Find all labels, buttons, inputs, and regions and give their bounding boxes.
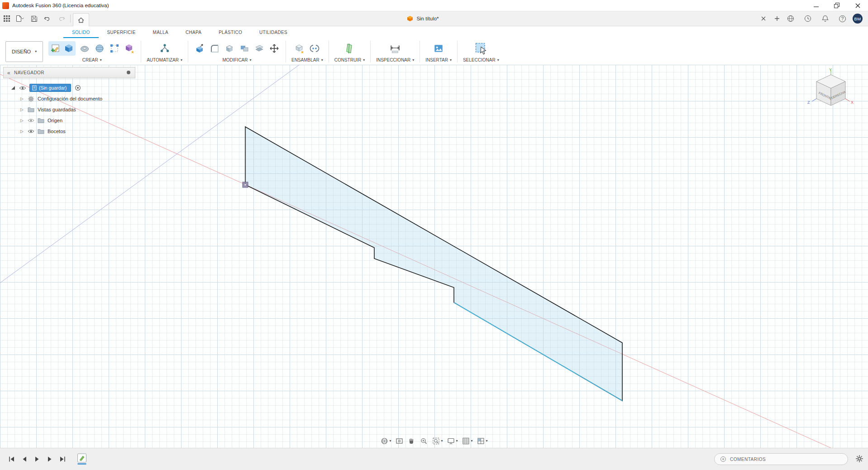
minimize-icon <box>814 3 819 8</box>
grid-settings-button[interactable]: ▾ <box>462 437 473 445</box>
fillet-button[interactable] <box>209 42 220 55</box>
create-sketch-button[interactable] <box>49 42 61 55</box>
expand-caret-icon[interactable]: ▷ <box>20 129 25 134</box>
automate-button[interactable] <box>157 42 172 55</box>
seleccionar-dropdown[interactable]: SELECCIONAR ▾ <box>463 58 499 62</box>
inspeccionar-dropdown[interactable]: INSPECCIONAR ▾ <box>376 58 414 62</box>
zoom-button[interactable] <box>420 437 428 445</box>
new-component-button[interactable]: ★ <box>294 42 305 55</box>
ensamblar-dropdown[interactable]: ENSAMBLAR ▾ <box>291 58 323 62</box>
redo-button[interactable] <box>55 13 67 24</box>
home-tab-button[interactable] <box>73 13 89 26</box>
pan-button[interactable] <box>407 437 415 445</box>
document-tab[interactable]: Sin título* <box>89 11 757 26</box>
help-button[interactable]: ? <box>836 13 848 24</box>
offset-face-button[interactable] <box>253 42 265 55</box>
tree-item-sketches[interactable]: ▷ Bocetos <box>3 126 135 137</box>
step-back-button[interactable] <box>19 454 30 465</box>
crear-dropdown[interactable]: CREAR ▾ <box>82 58 102 62</box>
expand-caret-icon[interactable]: ▷ <box>20 96 25 101</box>
comments-input[interactable]: COMENTARIOS <box>714 453 848 465</box>
job-status-button[interactable] <box>802 13 814 24</box>
collapse-panel-icon[interactable]: « <box>7 70 10 76</box>
tree-item-doc-settings[interactable]: ▷ Configuración del documento <box>3 93 135 104</box>
construir-dropdown[interactable]: CONSTRUIR ▾ <box>334 58 365 62</box>
activate-component-button[interactable] <box>75 85 81 91</box>
document-root-item[interactable]: (Sin guardar) <box>29 84 71 92</box>
tree-item-label: Bocetos <box>48 129 66 134</box>
modificar-dropdown[interactable]: MODIFICAR ▾ <box>222 58 251 62</box>
restore-button[interactable] <box>826 0 847 11</box>
construction-plane-button[interactable] <box>343 42 355 55</box>
bell-icon <box>822 15 829 22</box>
tab-chapa[interactable]: CHAPA <box>177 26 210 38</box>
orbit-icon <box>380 437 388 445</box>
visibility-toggle[interactable] <box>28 118 34 123</box>
panel-options-button[interactable] <box>126 70 131 76</box>
notifications-button[interactable] <box>819 13 831 24</box>
viewport[interactable]: « NAVEGADOR (Sin guardar) <box>0 65 868 448</box>
press-pull-button[interactable] <box>194 42 205 55</box>
tree-item-label: Vistas guardadas <box>38 107 76 112</box>
go-to-end-button[interactable] <box>57 454 68 465</box>
combine-button[interactable] <box>238 42 250 55</box>
chevron-down-icon: ▾ <box>497 58 499 62</box>
insertar-dropdown[interactable]: INSERTAR ▾ <box>425 58 452 62</box>
pattern-button[interactable] <box>109 42 120 55</box>
appbar-right-cluster: ? BM <box>784 13 863 24</box>
step-back-icon <box>21 456 28 462</box>
tree-root-row[interactable]: (Sin guardar) <box>3 82 135 93</box>
extensions-button[interactable] <box>785 13 796 24</box>
user-avatar[interactable]: BM <box>853 14 863 24</box>
visibility-toggle[interactable] <box>19 86 26 91</box>
shell-button[interactable] <box>224 42 235 55</box>
browser-header[interactable]: « NAVEGADOR <box>3 67 135 78</box>
workspace-dropdown[interactable]: DISEÑO ▾ <box>5 41 43 62</box>
chevron-down-icon: ▾ <box>181 58 182 62</box>
sketch-profile[interactable] <box>245 127 622 401</box>
insert-image-button[interactable] <box>433 42 444 55</box>
timeline-feature-sketch[interactable] <box>77 453 88 465</box>
undo-button[interactable] <box>42 13 53 24</box>
eye-icon <box>28 129 34 134</box>
revolve-button[interactable] <box>79 42 91 55</box>
tab-utilidades[interactable]: UTILIDADES <box>251 26 296 38</box>
tab-malla[interactable]: MALLA <box>144 26 177 38</box>
save-button[interactable] <box>28 13 40 24</box>
automatizar-dropdown[interactable]: AUTOMATIZAR ▾ <box>147 58 182 62</box>
close-button[interactable] <box>847 0 868 11</box>
chevron-down-icon: ▾ <box>389 439 391 443</box>
select-button[interactable] <box>473 42 489 55</box>
new-tab-button[interactable] <box>771 13 783 24</box>
tab-superficie[interactable]: SUPERFICIE <box>99 26 144 38</box>
group-seleccionar: SELECCIONAR ▾ <box>458 38 505 65</box>
app-grid-button[interactable] <box>1 13 13 24</box>
preferences-button[interactable] <box>855 455 863 465</box>
display-settings-button[interactable]: ▾ <box>447 437 458 445</box>
undo-icon <box>44 15 52 22</box>
look-at-button[interactable] <box>395 437 403 445</box>
orbit-button[interactable]: ▾ <box>380 437 391 445</box>
expand-caret-icon[interactable]: ▷ <box>20 107 25 112</box>
view-cube[interactable]: FRONTAL DERECHA Y X Z <box>804 67 860 120</box>
play-button[interactable] <box>32 454 43 465</box>
tree-item-named-views[interactable]: ▷ Vistas guardadas <box>3 104 135 115</box>
visibility-toggle[interactable] <box>28 129 34 134</box>
step-forward-button[interactable] <box>44 454 55 465</box>
viewports-button[interactable]: ▾ <box>477 437 488 445</box>
joint-button[interactable] <box>309 42 320 55</box>
fit-button[interactable]: ▾ <box>432 437 443 445</box>
move-button[interactable] <box>268 42 280 55</box>
close-tab-button[interactable] <box>758 13 769 24</box>
tab-solido[interactable]: SOLIDO <box>63 26 99 38</box>
measure-button[interactable] <box>389 42 401 55</box>
file-menu-button[interactable] <box>14 13 26 24</box>
sweep-button[interactable] <box>94 42 105 55</box>
tab-plastico[interactable]: PLÁSTICO <box>210 26 251 38</box>
tree-item-origin[interactable]: ▷ Origen <box>3 115 135 126</box>
extrude-button[interactable] <box>63 42 75 55</box>
go-to-start-button[interactable] <box>6 454 17 465</box>
minimize-button[interactable] <box>806 0 826 11</box>
expand-caret-icon[interactable]: ▷ <box>20 118 25 123</box>
create-form-button[interactable]: ★ <box>124 42 135 55</box>
